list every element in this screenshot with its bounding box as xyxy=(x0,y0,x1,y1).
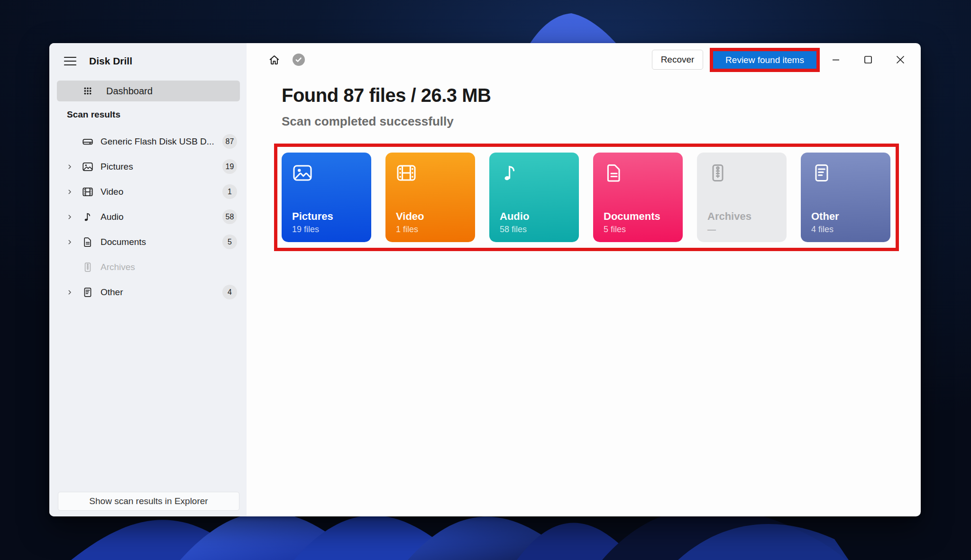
card-subtitle: 5 files xyxy=(604,225,660,235)
other-count-badge: 4 xyxy=(222,285,237,299)
archives-icon xyxy=(81,260,95,274)
other-files-icon xyxy=(81,285,95,299)
card-title: Pictures xyxy=(292,210,333,224)
card-subtitle: 58 files xyxy=(500,225,529,235)
show-in-explorer-button[interactable]: Show scan results in Explorer xyxy=(58,492,239,511)
card-subtitle: 19 files xyxy=(292,225,333,235)
chevron-right-icon[interactable] xyxy=(66,211,81,223)
device-count-badge: 87 xyxy=(222,134,237,149)
home-icon xyxy=(268,54,281,66)
card-title: Audio xyxy=(500,210,529,224)
hamburger-menu-icon[interactable] xyxy=(61,53,80,70)
recover-button[interactable]: Recover xyxy=(652,50,703,70)
documents-icon xyxy=(603,162,625,184)
card-subtitle: — xyxy=(707,225,751,235)
scan-results-list: Generic Flash Disk USB D... 87 Pictures … xyxy=(49,129,247,305)
audio-label: Audio xyxy=(101,212,222,222)
chevron-spacer xyxy=(66,136,81,147)
scan-complete-check-icon xyxy=(292,53,305,66)
dashboard-label: Dashboard xyxy=(106,86,153,97)
scan-results-section-label: Scan results xyxy=(67,109,120,120)
home-button[interactable] xyxy=(266,52,282,68)
sidebar-item-documents[interactable]: Documents 5 xyxy=(49,229,247,254)
sidebar-header: Disk Drill xyxy=(61,53,132,70)
video-icon xyxy=(395,162,418,184)
card-title: Documents xyxy=(604,210,660,224)
archives-label: Archives xyxy=(101,262,237,272)
archives-icon xyxy=(706,162,729,184)
page-title: Found 87 files / 26.3 MB xyxy=(282,85,491,106)
maximize-icon xyxy=(864,55,872,64)
audio-count-badge: 58 xyxy=(222,209,237,224)
video-label: Video xyxy=(101,187,222,197)
window-controls xyxy=(827,50,909,70)
pictures-icon xyxy=(291,162,314,184)
sidebar-item-dashboard[interactable]: Dashboard xyxy=(57,81,240,101)
device-label: Generic Flash Disk USB D... xyxy=(101,136,222,147)
scan-status-text: Scan completed successfully xyxy=(282,114,454,129)
maximize-button[interactable] xyxy=(859,51,877,69)
sidebar-item-archives: Archives xyxy=(49,254,247,280)
sidebar-item-device[interactable]: Generic Flash Disk USB D... 87 xyxy=(49,129,247,154)
documents-icon xyxy=(81,235,95,249)
video-icon xyxy=(81,185,95,199)
pictures-icon xyxy=(81,160,95,174)
chevron-spacer xyxy=(66,262,81,273)
app-title: Disk Drill xyxy=(89,55,132,67)
audio-icon xyxy=(499,162,522,184)
card-subtitle: 1 files xyxy=(396,225,424,235)
chevron-right-icon[interactable] xyxy=(66,161,81,172)
card-other[interactable]: Other 4 files xyxy=(801,153,890,242)
card-documents[interactable]: Documents 5 files xyxy=(593,153,683,242)
sidebar: Disk Drill Dashboard Scan results Generi… xyxy=(49,43,247,516)
sidebar-item-audio[interactable]: Audio 58 xyxy=(49,204,247,229)
annotation-review-button-highlight: Review found items xyxy=(710,48,820,72)
audio-icon xyxy=(81,210,95,224)
pictures-count-badge: 19 xyxy=(222,159,237,174)
card-subtitle: 4 files xyxy=(811,225,839,235)
sidebar-item-video[interactable]: Video 1 xyxy=(49,179,247,204)
card-title: Other xyxy=(811,210,839,224)
card-title: Video xyxy=(396,210,424,224)
review-found-items-button[interactable]: Review found items xyxy=(713,51,816,69)
close-button[interactable] xyxy=(891,51,909,69)
main-area: Recover Review found items Found 87 file… xyxy=(247,43,921,516)
drive-icon xyxy=(81,135,95,149)
chevron-right-icon[interactable] xyxy=(66,236,81,248)
card-archives: Archives — xyxy=(697,153,787,242)
minimize-button[interactable] xyxy=(827,51,845,69)
video-count-badge: 1 xyxy=(222,184,237,199)
minimize-icon xyxy=(832,55,840,64)
other-label: Other xyxy=(101,287,222,298)
card-video[interactable]: Video 1 files xyxy=(385,153,475,242)
documents-label: Documents xyxy=(101,237,222,247)
card-audio[interactable]: Audio 58 files xyxy=(489,153,579,242)
pictures-label: Pictures xyxy=(101,162,222,172)
disk-drill-window: Disk Drill Dashboard Scan results Generi… xyxy=(49,43,921,516)
chevron-right-icon[interactable] xyxy=(66,287,81,298)
sidebar-item-pictures[interactable]: Pictures 19 xyxy=(49,154,247,179)
card-pictures[interactable]: Pictures 19 files xyxy=(282,153,371,242)
documents-count-badge: 5 xyxy=(222,235,237,249)
other-files-icon xyxy=(810,162,833,184)
close-icon xyxy=(896,55,905,64)
card-title: Archives xyxy=(707,210,751,224)
sidebar-item-other[interactable]: Other 4 xyxy=(49,280,247,305)
dashboard-grid-icon xyxy=(81,84,95,98)
chevron-right-icon[interactable] xyxy=(66,186,81,198)
